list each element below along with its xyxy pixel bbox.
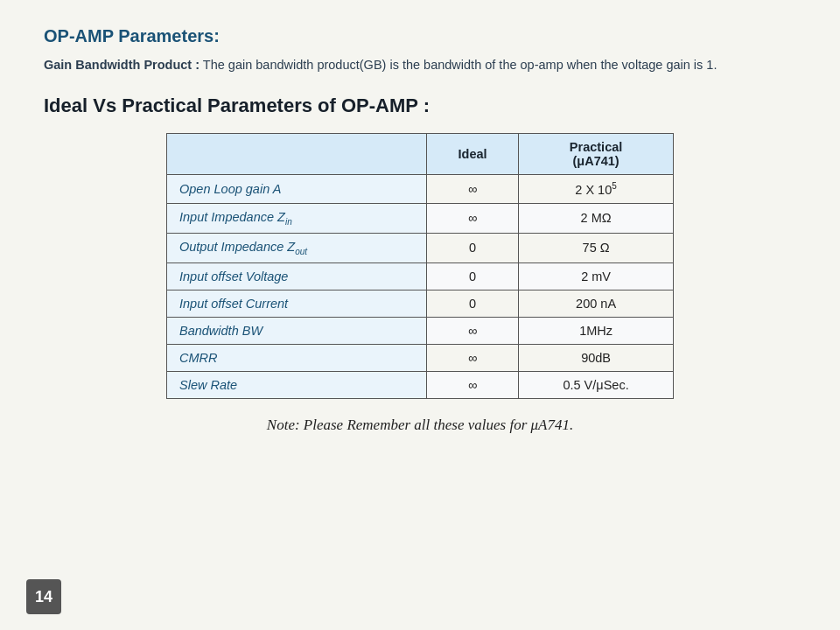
table-cell-practical: 2 MΩ <box>519 204 674 234</box>
table-cell-ideal: ∞ <box>426 371 518 398</box>
table-header-row: Ideal Practical(μA741) <box>167 134 674 175</box>
table-cell-param: Slew Rate <box>167 371 427 398</box>
table-cell-ideal: 0 <box>426 233 518 262</box>
gain-bandwidth-description: The gain bandwidth product(GB) is the ba… <box>203 58 718 72</box>
table-row: Output Impedance Zout075 Ω <box>167 233 674 262</box>
col-header-ideal: Ideal <box>426 134 518 175</box>
parameters-table: Ideal Practical(μA741) Open Loop gain A∞… <box>166 133 674 399</box>
table-cell-practical: 1MHz <box>519 317 674 344</box>
table-cell-ideal: ∞ <box>426 204 518 234</box>
table-cell-practical: 2 mV <box>519 262 674 290</box>
table-cell-param: Open Loop gain A <box>167 175 427 204</box>
table-row: Input Impedance Zin∞2 MΩ <box>167 204 674 234</box>
table-cell-practical: 200 nA <box>519 290 674 317</box>
table-cell-param: Output Impedance Zout <box>167 233 427 262</box>
table-cell-param: Input Impedance Zin <box>167 204 427 234</box>
note-text: Note: Please Remember all these values f… <box>44 416 796 434</box>
table-cell-practical: 90dB <box>519 344 674 371</box>
table-wrapper: Ideal Practical(μA741) Open Loop gain A∞… <box>44 133 796 399</box>
table-cell-param: Bandwidth BW <box>167 317 427 344</box>
table-cell-param: CMRR <box>167 344 427 371</box>
table-row: CMRR∞90dB <box>167 344 674 371</box>
gain-bandwidth-label: Gain Bandwidth Product : <box>44 58 200 72</box>
table-cell-practical: 0.5 V/μSec. <box>519 371 674 398</box>
page-number: 14 <box>26 579 61 614</box>
table-row: Slew Rate∞0.5 V/μSec. <box>167 371 674 398</box>
table-cell-ideal: ∞ <box>426 317 518 344</box>
page-container: OP-AMP Parameters: Gain Bandwidth Produc… <box>0 0 840 630</box>
col-header-param <box>167 134 427 175</box>
table-cell-param: Input offset Voltage <box>167 262 427 290</box>
ideal-practical-title: Ideal Vs Practical Parameters of OP-AMP … <box>44 94 796 117</box>
section-title: OP-AMP Parameters: <box>44 26 796 46</box>
table-cell-ideal: 0 <box>426 262 518 290</box>
table-cell-param: Input offset Current <box>167 290 427 317</box>
table-cell-ideal: 0 <box>426 290 518 317</box>
table-cell-practical: 75 Ω <box>519 233 674 262</box>
table-row: Open Loop gain A∞2 X 105 <box>167 175 674 204</box>
gain-bandwidth-text: Gain Bandwidth Product : The gain bandwi… <box>44 55 796 75</box>
table-cell-ideal: ∞ <box>426 344 518 371</box>
table-row: Input offset Current0200 nA <box>167 290 674 317</box>
table-row: Input offset Voltage02 mV <box>167 262 674 290</box>
table-row: Bandwidth BW∞1MHz <box>167 317 674 344</box>
table-cell-practical: 2 X 105 <box>519 175 674 204</box>
table-cell-ideal: ∞ <box>426 175 518 204</box>
col-header-practical: Practical(μA741) <box>519 134 674 175</box>
